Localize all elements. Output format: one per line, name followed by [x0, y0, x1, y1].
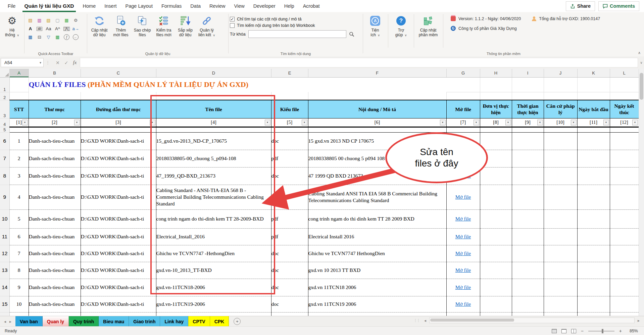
cell-filetype[interactable]: pdf — [271, 209, 308, 228]
column-header-k[interactable]: K — [577, 69, 610, 77]
sheet-tab-cpk[interactable]: CPK — [210, 316, 229, 327]
horizontal-scrollbar[interactable] — [429, 318, 635, 323]
cell-stt[interactable]: 6 — [9, 228, 29, 245]
cell[interactable] — [271, 127, 308, 132]
cell-empty[interactable] — [480, 167, 512, 185]
textbox-icon[interactable]: ab — [35, 25, 44, 33]
cell-empty[interactable] — [610, 262, 639, 279]
cell-empty[interactable] — [480, 228, 512, 245]
column-header-duong-dan[interactable]: Đường dẫn thư mục — [81, 100, 156, 118]
filter-dropdown-icon[interactable]: ▼ — [505, 119, 511, 125]
cell-filetype[interactable]: doc — [271, 296, 308, 312]
cell-description[interactable]: Electrical Install 2016 — [308, 228, 446, 245]
row-header[interactable]: 6 — [0, 132, 9, 150]
cell[interactable] — [156, 92, 271, 100]
cell-folder[interactable]: Danh-sach-tieu-chuan — [29, 209, 81, 228]
cell-filetype[interactable]: doc — [271, 132, 308, 150]
tab-help[interactable]: Help — [280, 0, 299, 12]
cell-description[interactable]: Ghichu ve TCVN7747 HethongDien — [308, 245, 446, 262]
cell-description[interactable]: gxd.vn 11TCN18 2006 — [308, 279, 446, 296]
column-header-d[interactable]: D — [156, 69, 271, 77]
cell-empty[interactable] — [512, 228, 544, 245]
cell-stt[interactable]: 7 — [9, 245, 29, 262]
page-layout-view-icon[interactable] — [561, 329, 566, 333]
column-header-c[interactable]: C — [81, 69, 156, 77]
row-header[interactable]: 12 — [0, 245, 9, 262]
cell-empty[interactable] — [480, 312, 512, 316]
cell[interactable] — [308, 127, 446, 132]
cell-empty[interactable] — [512, 245, 544, 262]
briefcase-search-icon[interactable]: ▤ — [26, 16, 35, 25]
tab-formulas[interactable]: Formulas — [157, 0, 186, 12]
table-search-icon[interactable]: ▦ — [26, 33, 35, 41]
column-header-i[interactable]: I — [512, 69, 544, 77]
name-box[interactable]: A54 ▾ — [1, 58, 44, 67]
zoom-percentage[interactable]: 85% — [627, 329, 638, 333]
cell[interactable] — [512, 77, 544, 92]
filter-dropdown-icon[interactable]: ▼ — [22, 119, 28, 125]
tab-view[interactable]: View — [230, 0, 249, 12]
cell[interactable] — [544, 92, 577, 100]
column-header-a[interactable]: A — [9, 69, 29, 77]
tab-acrobat[interactable]: Acrobat — [299, 0, 324, 12]
cell-stt[interactable]: 4 — [9, 185, 29, 209]
filter-cell[interactable]: [11]▼ — [577, 118, 610, 127]
zoom-out-icon[interactable]: − — [581, 328, 584, 334]
cell-empty[interactable] — [512, 279, 544, 296]
cell-open-file[interactable]: Mở file — [446, 245, 480, 262]
column-header-kieu-file[interactable]: Kiểu file — [271, 100, 308, 118]
filter-cell[interactable]: [12]▼ — [610, 118, 639, 127]
cell-path[interactable]: D:\GXD WORK\Danh-sach-ti — [81, 150, 156, 167]
tab-developer[interactable]: Developer — [249, 0, 280, 12]
namebox-dropdown-icon[interactable]: ▾ — [40, 61, 43, 64]
cell-open-file[interactable]: Mở file — [446, 185, 480, 209]
comments-button[interactable]: Comments — [598, 1, 639, 11]
filter-dropdown-icon[interactable]: ▼ — [474, 119, 479, 125]
cell-empty[interactable] — [480, 150, 512, 167]
filter-dropdown-icon[interactable]: ▼ — [302, 119, 307, 125]
column-header-b[interactable]: B — [29, 69, 81, 77]
filter-cell[interactable]: [5]▼ — [271, 118, 308, 127]
open-file-link[interactable]: Mở file — [455, 234, 471, 239]
filter-dropdown-icon[interactable]: ▼ — [571, 119, 577, 125]
tab-data[interactable]: Data — [186, 0, 205, 12]
filter-cell[interactable]: [4]▼ — [156, 118, 271, 127]
cell[interactable] — [610, 77, 639, 92]
cell-empty[interactable] — [610, 185, 639, 209]
open-file-link[interactable]: Mở file — [455, 250, 471, 256]
add-new-files-button[interactable]: Thêmmới files — [110, 14, 132, 37]
tab-quan-ly-tai-lieu-gxd[interactable]: Quản lý tài liệu GXD — [20, 0, 78, 12]
cell-empty[interactable] — [577, 209, 610, 228]
cell[interactable] — [9, 92, 29, 100]
cell-empty[interactable] — [577, 150, 610, 167]
monitor-icon[interactable]: ⊟ — [35, 33, 44, 41]
cell-empty[interactable] — [480, 185, 512, 209]
insert-function-icon[interactable]: fx — [73, 60, 77, 65]
tab-file[interactable]: File — [3, 0, 20, 12]
cell-empty[interactable] — [577, 167, 610, 185]
cell-empty[interactable] — [544, 279, 577, 296]
cell-open-file[interactable]: Mở file — [446, 132, 480, 150]
cell-path[interactable]: D:\GXD WORK\Danh-sach-ti — [81, 279, 156, 296]
row-header[interactable]: 4 — [0, 118, 9, 127]
open-file-link[interactable]: Mở file — [455, 216, 471, 222]
cell-description[interactable]: gxd.vn 10 2013 TT BXD — [308, 262, 446, 279]
column-header-ngay-bat-dau[interactable]: Ngày bắt đầu — [577, 100, 610, 118]
cell-empty[interactable] — [512, 209, 544, 228]
cell-stt[interactable]: 5 — [9, 209, 29, 228]
column-header-stt[interactable]: STT — [9, 100, 29, 118]
open-folder-icon[interactable]: ▧ — [44, 16, 53, 25]
cell-empty[interactable] — [512, 167, 544, 185]
autofit-icon[interactable]: [A] — [62, 25, 71, 33]
cell-filetype[interactable]: pdf — [271, 150, 308, 167]
cell[interactable] — [480, 127, 512, 132]
cell-empty[interactable] — [544, 209, 577, 228]
tab-page-layout[interactable]: Page Layout — [121, 0, 157, 12]
update-data-button[interactable]: Cập nhậtdữ liệu — [89, 14, 110, 37]
wrench-icon[interactable]: ⚙ — [71, 16, 80, 25]
row-header[interactable]: 13 — [0, 262, 9, 279]
cell-description[interactable]: gxd.vn 11TCN20 2006 — [308, 312, 446, 316]
checkbox-unchecked-icon[interactable] — [230, 23, 235, 28]
cell[interactable] — [544, 77, 577, 92]
cell-filename[interactable]: 15_gxd.vn-2013_ND-CP_170675 — [156, 132, 271, 150]
